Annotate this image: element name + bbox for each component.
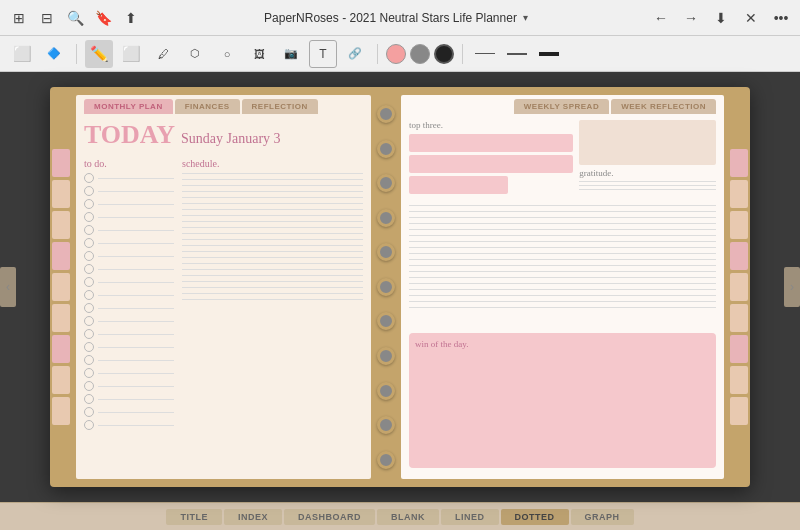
todo-circle[interactable] — [84, 342, 94, 352]
left-tab-3[interactable] — [52, 211, 70, 239]
color-black-swatch[interactable] — [434, 44, 454, 64]
image-icon[interactable]: 🖼 — [245, 40, 273, 68]
highlighter-icon[interactable]: 🖊 — [149, 40, 177, 68]
left-tab-9[interactable] — [52, 397, 70, 425]
tab-weekly-spread[interactable]: WEEKLY SPREAD — [514, 99, 609, 114]
todo-circle[interactable] — [84, 277, 94, 287]
document-title: PaperNRoses - 2021 Neutral Stars Life Pl… — [264, 11, 517, 25]
schedule-line — [182, 287, 363, 288]
bottom-toolbar: TITLE INDEX DASHBOARD BLANK LINED DOTTED… — [0, 502, 800, 530]
todo-item — [84, 212, 174, 222]
grat-line — [579, 181, 716, 182]
right-tab-2[interactable] — [730, 180, 748, 208]
left-tab-2[interactable] — [52, 180, 70, 208]
todo-circle[interactable] — [84, 212, 94, 222]
todo-circle[interactable] — [84, 316, 94, 326]
tab-finances[interactable]: FINANCES — [175, 99, 240, 114]
todo-circle[interactable] — [84, 368, 94, 378]
bottom-tab-lined[interactable]: LINED — [441, 509, 499, 525]
more-icon[interactable]: ••• — [770, 7, 792, 29]
right-tab-8[interactable] — [730, 366, 748, 394]
lined-row — [409, 307, 716, 308]
left-tab-5[interactable] — [52, 273, 70, 301]
left-tab-1[interactable] — [52, 149, 70, 177]
close-icon[interactable]: ✕ — [740, 7, 762, 29]
line-thin-option[interactable] — [471, 44, 499, 64]
bookmark-icon[interactable]: 🔖 — [92, 7, 114, 29]
todo-circle[interactable] — [84, 173, 94, 183]
right-tab-3[interactable] — [730, 211, 748, 239]
eraser-icon[interactable]: ⬜ — [117, 40, 145, 68]
bottom-tab-graph[interactable]: GRAPH — [571, 509, 634, 525]
camera-icon[interactable]: 📷 — [277, 40, 305, 68]
tab-monthly-plan[interactable]: MONTHLY PLAN — [84, 99, 173, 114]
lined-row — [409, 289, 716, 290]
bottom-tab-dotted[interactable]: DOTTED — [501, 509, 569, 525]
planner-book: MONTHLY PLAN FINANCES REFLECTION TODAY S… — [50, 87, 750, 487]
line-medium-option[interactable] — [503, 44, 531, 64]
schedule-line — [182, 281, 363, 282]
line-thick-option[interactable] — [535, 44, 563, 64]
todo-circle[interactable] — [84, 407, 94, 417]
today-header: TODAY Sunday January 3 — [84, 120, 363, 150]
bottom-tab-title[interactable]: TITLE — [166, 509, 222, 525]
shapes-icon[interactable]: ⬡ — [181, 40, 209, 68]
tab-week-reflection[interactable]: WEEK REFLECTION — [611, 99, 716, 114]
color-pink-swatch[interactable] — [386, 44, 406, 64]
todo-circle[interactable] — [84, 186, 94, 196]
share-icon[interactable]: ⬆ — [120, 7, 142, 29]
download-icon[interactable]: ⬇ — [710, 7, 732, 29]
left-tab-7[interactable] — [52, 335, 70, 363]
todo-circle[interactable] — [84, 303, 94, 313]
bottom-tab-blank[interactable]: BLANK — [377, 509, 439, 525]
todo-circle[interactable] — [84, 225, 94, 235]
todo-circle[interactable] — [84, 420, 94, 430]
back-icon[interactable]: ← — [650, 7, 672, 29]
forward-icon[interactable]: → — [680, 7, 702, 29]
bottom-tab-dashboard[interactable]: DASHBOARD — [284, 509, 375, 525]
link-icon[interactable]: 🔗 — [341, 40, 369, 68]
title-dropdown[interactable]: ▾ — [523, 12, 528, 23]
tablet-icon[interactable]: ⬜ — [8, 40, 36, 68]
left-tab-8[interactable] — [52, 366, 70, 394]
left-tab-6[interactable] — [52, 304, 70, 332]
right-tab-9[interactable] — [730, 397, 748, 425]
top-toolbar: ⊞ ⊟ 🔍 🔖 ⬆ PaperNRoses - 2021 Neutral Sta… — [0, 0, 800, 36]
grid-icon[interactable]: ⊞ — [8, 7, 30, 29]
tab-reflection[interactable]: REFLECTION — [242, 99, 318, 114]
bottom-tab-index[interactable]: INDEX — [224, 509, 282, 525]
todo-circle[interactable] — [84, 238, 94, 248]
lined-row — [409, 277, 716, 278]
text-icon[interactable]: T — [309, 40, 337, 68]
gratitude-section: gratitude. — [579, 120, 716, 197]
right-tab-6[interactable] — [730, 304, 748, 332]
schedule-line — [182, 203, 363, 204]
todo-circle[interactable] — [84, 290, 94, 300]
pen-icon[interactable]: ✏️ — [85, 40, 113, 68]
right-tab-7[interactable] — [730, 335, 748, 363]
right-nav-tabs: WEEKLY SPREAD WEEK REFLECTION — [401, 95, 724, 114]
left-tab-4[interactable] — [52, 242, 70, 270]
color-gray-swatch[interactable] — [410, 44, 430, 64]
second-toolbar: ⬜ 🔷 ✏️ ⬜ 🖊 ⬡ ○ 🖼 📷 T 🔗 — [0, 36, 800, 72]
todo-circle[interactable] — [84, 381, 94, 391]
right-tab-4[interactable] — [730, 242, 748, 270]
right-tab-1[interactable] — [730, 149, 748, 177]
schedule-line — [182, 173, 363, 174]
search-icon[interactable]: 🔍 — [64, 7, 86, 29]
todo-circle[interactable] — [84, 394, 94, 404]
lasso-icon[interactable]: ○ — [213, 40, 241, 68]
apps-icon[interactable]: ⊟ — [36, 7, 58, 29]
nav-arrow-left[interactable]: ‹ — [0, 267, 16, 307]
todo-circle[interactable] — [84, 264, 94, 274]
todo-circle[interactable] — [84, 355, 94, 365]
ring — [377, 243, 395, 261]
todo-circle[interactable] — [84, 329, 94, 339]
todo-circle[interactable] — [84, 251, 94, 261]
nav-arrow-right[interactable]: › — [784, 267, 800, 307]
bluetooth-icon[interactable]: 🔷 — [40, 40, 68, 68]
toolbar-right: ← → ⬇ ✕ ••• — [650, 7, 792, 29]
right-tab-5[interactable] — [730, 273, 748, 301]
todo-circle[interactable] — [84, 199, 94, 209]
top-three-row-2 — [409, 155, 573, 173]
